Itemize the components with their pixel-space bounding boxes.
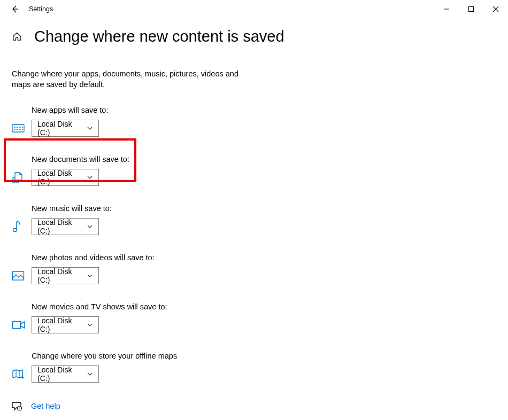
svg-point-11 <box>22 127 23 128</box>
get-help-link[interactable]: Get help <box>31 402 60 410</box>
svg-rect-22 <box>13 322 21 329</box>
music-icon <box>12 220 32 233</box>
svg-rect-18 <box>13 180 18 183</box>
setting-maps-label: Change where you store your offline maps <box>32 352 496 360</box>
setting-movies: New movies and TV shows will save to: Lo… <box>12 302 496 333</box>
setting-movies-value: Local Disk (C:) <box>37 316 82 333</box>
chevron-down-icon <box>87 273 93 279</box>
minimize-button[interactable] <box>434 0 459 18</box>
help-icon: ? <box>12 401 30 411</box>
chevron-down-icon <box>87 174 93 181</box>
photos-icon <box>12 270 32 281</box>
setting-movies-dropdown[interactable]: Local Disk (C:) <box>32 316 99 333</box>
svg-point-7 <box>16 127 17 128</box>
svg-point-15 <box>19 129 20 130</box>
titlebar: Settings <box>0 0 508 18</box>
setting-music-value: Local Disk (C:) <box>37 218 82 235</box>
chevron-down-icon <box>87 125 93 131</box>
back-button[interactable] <box>6 5 24 13</box>
chevron-down-icon <box>87 322 93 328</box>
setting-photos: New photos and videos will save to: Loca… <box>12 253 496 284</box>
setting-maps-dropdown[interactable]: Local Disk (C:) <box>32 365 99 383</box>
home-icon[interactable] <box>12 32 24 42</box>
svg-point-8 <box>17 127 18 128</box>
svg-text:?: ? <box>19 407 20 410</box>
setting-apps-value: Local Disk (C:) <box>37 120 82 137</box>
svg-point-6 <box>14 127 15 128</box>
page-description: Change where your apps, documents, music… <box>12 69 252 90</box>
setting-photos-value: Local Disk (C:) <box>37 267 82 284</box>
setting-music-label: New music will save to: <box>32 204 496 213</box>
svg-point-13 <box>16 129 17 130</box>
setting-documents-label: New documents will save to: <box>32 155 496 164</box>
heading-row: Change where new content is saved <box>12 28 496 45</box>
setting-documents: New documents will save to: Local Disk (… <box>12 155 496 186</box>
svg-point-10 <box>20 127 21 128</box>
setting-maps: Change where you store your offline maps… <box>12 352 496 383</box>
setting-documents-dropdown[interactable]: Local Disk (C:) <box>32 169 99 186</box>
setting-movies-label: New movies and TV shows will save to: <box>32 302 496 311</box>
setting-apps: New apps will save to: Local Disk (C:) <box>12 106 496 137</box>
setting-apps-label: New apps will save to: <box>32 106 496 114</box>
maps-icon <box>12 368 32 380</box>
maximize-button[interactable] <box>459 0 483 18</box>
svg-point-9 <box>19 127 20 128</box>
svg-point-19 <box>17 181 18 182</box>
window-title: Settings <box>29 5 53 13</box>
svg-point-16 <box>20 129 21 130</box>
documents-icon <box>12 172 32 183</box>
svg-rect-5 <box>12 125 24 132</box>
svg-rect-2 <box>469 7 474 12</box>
close-button[interactable] <box>483 0 508 18</box>
get-help[interactable]: ? Get help <box>12 401 496 411</box>
page-title: Change where new content is saved <box>34 28 284 45</box>
setting-photos-dropdown[interactable]: Local Disk (C:) <box>32 267 99 284</box>
window-buttons <box>434 0 508 18</box>
movies-icon <box>12 320 32 330</box>
chevron-down-icon <box>87 371 93 377</box>
setting-photos-label: New photos and videos will save to: <box>32 253 496 262</box>
setting-music-dropdown[interactable]: Local Disk (C:) <box>32 218 99 235</box>
apps-icon <box>12 123 32 134</box>
setting-apps-dropdown[interactable]: Local Disk (C:) <box>32 120 99 137</box>
setting-maps-value: Local Disk (C:) <box>37 365 82 383</box>
chevron-down-icon <box>87 223 93 230</box>
setting-music: New music will save to: Local Disk (C:) <box>12 204 496 235</box>
svg-rect-21 <box>13 271 24 280</box>
svg-point-17 <box>22 129 23 130</box>
svg-point-14 <box>17 129 18 130</box>
setting-documents-value: Local Disk (C:) <box>37 169 82 186</box>
svg-point-12 <box>14 129 15 130</box>
